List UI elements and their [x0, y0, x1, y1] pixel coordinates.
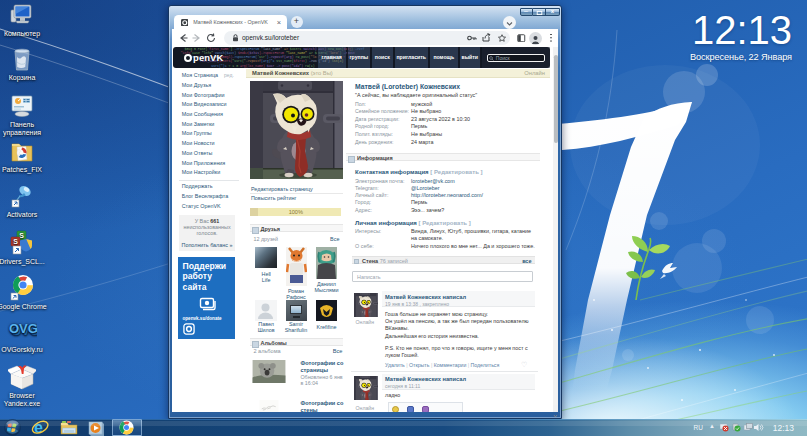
- svg-text:S: S: [13, 238, 18, 245]
- svg-text:OVG: OVG: [9, 321, 37, 336]
